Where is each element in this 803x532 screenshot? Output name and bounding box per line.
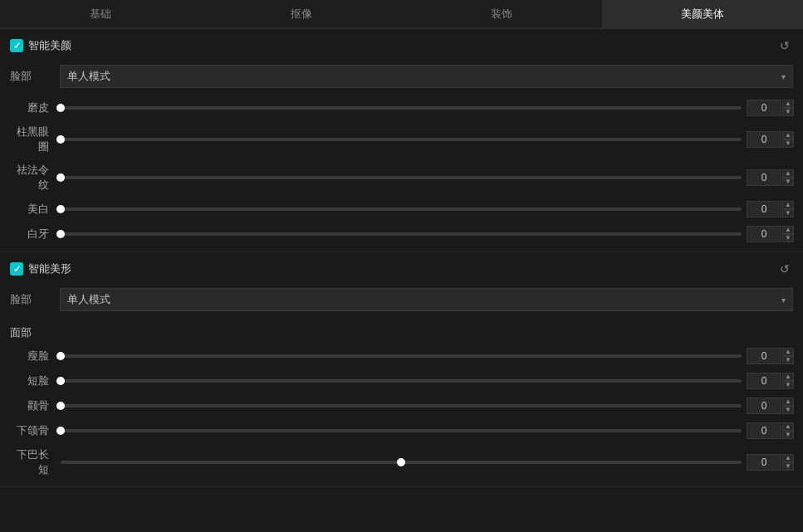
slider-value-baiya[interactable] xyxy=(747,226,781,242)
beauty-shape-checkbox[interactable] xyxy=(10,262,23,276)
spin-down-xagu[interactable]: ▼ xyxy=(782,406,794,414)
slider-track-baiya[interactable] xyxy=(61,232,742,236)
slider-row-duanlian: 短脸 ▲ ▼ xyxy=(10,368,793,393)
slider-row-falaling: 祛法令纹 ▲ ▼ xyxy=(10,159,793,197)
slider-row-baiya: 白牙 ▲ ▼ xyxy=(10,222,793,246)
spin-down-baiya[interactable]: ▼ xyxy=(782,234,794,242)
spin-down-xia-changduan[interactable]: ▼ xyxy=(782,462,794,471)
face-mode-value-face: 单人模式 xyxy=(67,69,110,84)
spin-up-mopi[interactable]: ▲ xyxy=(782,100,794,108)
slider-value-falaling[interactable] xyxy=(747,169,781,186)
slider-row-meibai: 美白 ▲ ▼ xyxy=(10,197,793,222)
section-header-shape: 智能美形 ↺ xyxy=(10,261,793,277)
slider-label-xagu: 颧骨 xyxy=(10,398,56,413)
tab-basic[interactable]: 基础 xyxy=(0,0,201,28)
tab-bar: 基础 抠像 装饰 美颜美体 xyxy=(0,0,803,29)
slider-value-duanlian[interactable] xyxy=(747,373,781,389)
face-mode-label-face: 脸部 xyxy=(10,69,60,84)
slider-value-zhuhei[interactable] xyxy=(747,131,781,148)
spin-up-meibai[interactable]: ▲ xyxy=(782,201,794,209)
spin-up-duanlian[interactable]: ▲ xyxy=(782,373,794,381)
slider-label-shoumian: 瘦脸 xyxy=(10,349,56,364)
slider-value-wrap-duanlian: ▲ ▼ xyxy=(747,373,793,389)
slider-label-duanlian: 短脸 xyxy=(10,373,56,388)
slider-thumb-xagu[interactable] xyxy=(56,402,65,410)
spinner-btns-shoumian: ▲ ▼ xyxy=(782,348,794,364)
spinner-btns-duanlian: ▲ ▼ xyxy=(782,373,794,389)
spin-up-zhuhei[interactable]: ▲ xyxy=(782,131,794,139)
spin-down-meibai[interactable]: ▼ xyxy=(782,209,794,217)
slider-track-meibai[interactable] xyxy=(61,207,742,211)
slider-thumb-meibai[interactable] xyxy=(56,205,65,213)
spin-up-baiya[interactable]: ▲ xyxy=(782,226,794,234)
spin-down-duanlian[interactable]: ▼ xyxy=(782,381,794,389)
beauty-face-checkbox[interactable] xyxy=(10,39,23,52)
slider-row-xiakegu: 下颌骨 ▲ ▼ xyxy=(10,418,793,443)
spin-up-shoumian[interactable]: ▲ xyxy=(782,348,794,356)
spinner-btns-xia-changduan: ▲ ▼ xyxy=(782,454,794,471)
slider-value-xagu[interactable] xyxy=(747,398,781,414)
slider-track-xagu[interactable] xyxy=(61,404,742,408)
slider-thumb-shoumian[interactable] xyxy=(56,352,65,360)
beauty-face-title: 智能美颜 xyxy=(28,38,71,53)
slider-value-xiakegu[interactable] xyxy=(747,422,781,439)
tab-layout[interactable]: 装饰 xyxy=(402,0,603,28)
slider-row-xia-changduan: 下巴长短 ▲ ▼ xyxy=(10,443,793,481)
face-mode-select-shape[interactable]: 单人模式 ▾ xyxy=(60,288,793,311)
slider-label-zhuhei: 柱黑眼圈 xyxy=(10,124,56,154)
slider-label-meibai: 美白 xyxy=(10,202,56,217)
slider-track-xiakegu[interactable] xyxy=(61,429,742,432)
slider-value-shoumian[interactable] xyxy=(747,348,781,364)
slider-track-falaling[interactable] xyxy=(61,176,742,179)
spin-up-xiakegu[interactable]: ▲ xyxy=(782,422,794,431)
spin-down-zhuhei[interactable]: ▼ xyxy=(782,139,794,148)
slider-thumb-baiya[interactable] xyxy=(56,230,65,238)
spin-down-xiakegu[interactable]: ▼ xyxy=(782,431,794,439)
beauty-shape-title: 智能美形 xyxy=(28,261,71,276)
slider-value-meibai[interactable] xyxy=(747,201,781,217)
spin-up-xagu[interactable]: ▲ xyxy=(782,398,794,406)
tab-image[interactable]: 抠像 xyxy=(201,0,402,28)
slider-value-xia-changduan[interactable] xyxy=(747,454,781,471)
slider-track-zhuhei[interactable] xyxy=(61,138,742,141)
face-mode-label-shape: 脸部 xyxy=(10,292,60,307)
spin-up-xia-changduan[interactable]: ▲ xyxy=(782,454,794,462)
spin-down-shoumian[interactable]: ▼ xyxy=(782,356,794,364)
section-title-left-shape: 智能美形 xyxy=(10,261,71,276)
spinner-btns-zhuhei: ▲ ▼ xyxy=(782,131,794,148)
slider-thumb-xiakegu[interactable] xyxy=(56,427,65,435)
spin-down-falaling[interactable]: ▼ xyxy=(782,178,794,186)
slider-value-wrap-meibai: ▲ ▼ xyxy=(747,201,793,217)
slider-label-xiakegu: 下颌骨 xyxy=(10,423,56,438)
slider-thumb-mopi[interactable] xyxy=(56,104,65,112)
slider-track-shoumian[interactable] xyxy=(61,354,742,358)
tab-beauty[interactable]: 美颜美体 xyxy=(602,0,803,28)
slider-thumb-zhuhei[interactable] xyxy=(56,135,65,144)
slider-value-wrap-shoumian: ▲ ▼ xyxy=(747,348,793,364)
spin-up-falaling[interactable]: ▲ xyxy=(782,169,794,178)
sub-section-label-face: 面部 xyxy=(10,319,793,344)
spinner-btns-xiakegu: ▲ ▼ xyxy=(782,422,794,439)
spinner-btns-xagu: ▲ ▼ xyxy=(782,398,794,414)
face-mode-row-shape: 脸部 单人模式 ▾ xyxy=(10,284,793,315)
slider-thumb-duanlian[interactable] xyxy=(56,377,65,385)
slider-row-mopi: 磨皮 ▲ ▼ xyxy=(10,95,793,120)
slider-thumb-falaling[interactable] xyxy=(56,173,65,182)
scroll-area: 智能美颜 ↺ 脸部 单人模式 ▾ 磨皮 ▲ ▼ xyxy=(0,29,803,527)
spinner-btns-baiya: ▲ ▼ xyxy=(782,226,794,242)
slider-thumb-xia-changduan[interactable] xyxy=(397,458,405,466)
slider-track-duanlian[interactable] xyxy=(61,379,742,383)
slider-value-mopi[interactable] xyxy=(747,100,781,116)
spin-down-mopi[interactable]: ▼ xyxy=(782,108,794,116)
face-mode-row-face: 脸部 单人模式 ▾ xyxy=(10,61,793,92)
slider-track-xia-changduan[interactable] xyxy=(61,461,742,464)
beauty-shape-reset[interactable]: ↺ xyxy=(776,261,793,277)
face-mode-select-face[interactable]: 单人模式 ▾ xyxy=(60,65,793,88)
slider-label-baiya: 白牙 xyxy=(10,227,56,242)
face-mode-value-shape: 单人模式 xyxy=(67,292,110,307)
section-title-left-face: 智能美颜 xyxy=(10,38,71,53)
slider-track-mopi[interactable] xyxy=(61,106,742,110)
slider-row-shoumian: 瘦脸 ▲ ▼ xyxy=(10,344,793,368)
beauty-face-reset[interactable]: ↺ xyxy=(776,37,793,54)
slider-label-falaling: 祛法令纹 xyxy=(10,163,56,193)
